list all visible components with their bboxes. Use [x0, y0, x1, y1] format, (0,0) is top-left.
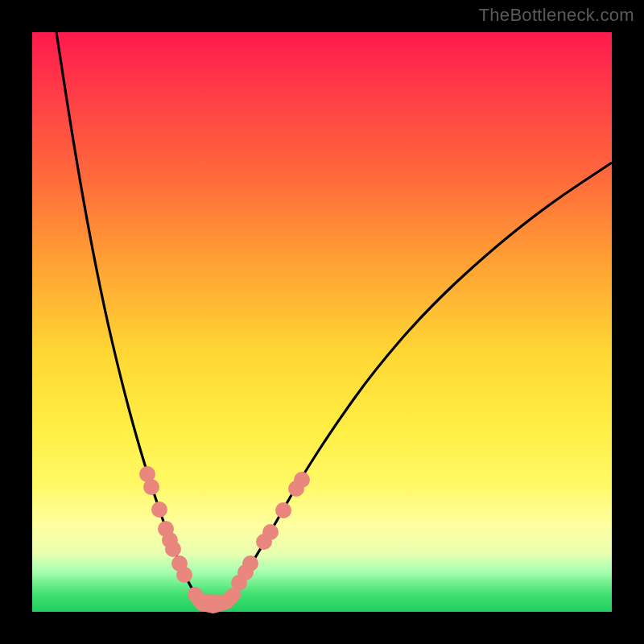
data-point	[242, 555, 258, 572]
chart-plot-area	[32, 32, 612, 612]
bottom-cluster	[195, 594, 233, 606]
data-point	[151, 502, 167, 518]
data-point	[294, 472, 310, 488]
data-point	[262, 524, 279, 540]
data-point	[275, 502, 291, 518]
data-point	[176, 567, 192, 583]
data-point	[143, 479, 159, 495]
scatter-points-left	[139, 466, 192, 583]
scatter-points-right	[231, 472, 310, 591]
left-curve	[56, 32, 205, 605]
chart-svg	[32, 32, 612, 612]
watermark-text: TheBottleneck.com	[479, 5, 634, 26]
right-curve	[217, 163, 612, 605]
data-point	[165, 541, 181, 557]
